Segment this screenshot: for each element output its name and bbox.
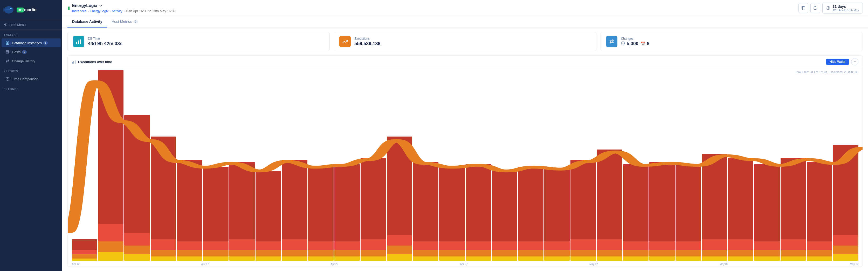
changes-sub-calendar: 9 <box>647 41 650 47</box>
bar-segment <box>282 257 307 261</box>
sidebar-item-database-instances[interactable]: Database Instances 1 <box>2 38 61 47</box>
hide-waits-button[interactable]: Hide Waits <box>826 59 849 65</box>
settings-section-label: SETTINGS <box>0 84 62 92</box>
chart-title-text: Executions over time <box>78 60 112 64</box>
breadcrumb-activity[interactable]: Activity <box>112 9 122 13</box>
bar-group <box>597 70 622 261</box>
bar-segment <box>151 257 176 261</box>
chart-collapse-button[interactable]: − <box>851 58 859 65</box>
bar-segment <box>518 167 544 241</box>
bar-segment <box>72 250 97 254</box>
bar-segment <box>544 250 570 257</box>
bar-segment <box>413 162 438 241</box>
bar-segment <box>597 257 622 261</box>
bar-segment <box>518 257 544 261</box>
bar-segment <box>728 239 753 250</box>
sidebar-item-change-history[interactable]: Change History <box>2 57 61 65</box>
bar-segment <box>72 259 97 261</box>
svg-marker-1 <box>3 7 4 12</box>
bar-segment <box>361 250 386 257</box>
bar-segment <box>570 160 596 239</box>
bar-segment <box>833 246 859 254</box>
bar-segment <box>98 241 123 252</box>
metric-card-db-time: DB Time 44d 9h 42m 33s <box>67 32 330 51</box>
x-axis-label: Apr 17 <box>201 263 209 266</box>
bar-group <box>728 70 753 261</box>
bar-segment <box>177 241 203 250</box>
sidebar: DB marlin Hide Menu ANALYSIS Database In… <box>0 0 62 271</box>
date-range-dates: 12th Apr to 13th May <box>833 8 859 12</box>
bar-chart: Apr 12Apr 17Apr 22Apr 27May 02May 07May … <box>72 70 859 266</box>
bar-group <box>334 70 360 261</box>
bar-segment <box>570 257 596 261</box>
svg-rect-15 <box>73 61 74 64</box>
bar-segment <box>413 241 438 250</box>
bar-segment <box>649 241 675 250</box>
bar-segment <box>361 158 386 239</box>
bar-segment <box>255 257 281 261</box>
bar-group <box>203 70 228 261</box>
bar-segment <box>518 250 544 257</box>
reports-section-label: REPORTS <box>0 66 62 74</box>
bar-segment <box>229 162 255 239</box>
bar-segment <box>203 241 228 250</box>
logo-fish-icon <box>3 4 14 16</box>
bar-group <box>807 70 832 261</box>
sidebar-item-time-comparison[interactable]: Time Comparison <box>2 74 61 83</box>
bar-segment <box>308 167 334 241</box>
bar-segment <box>597 150 622 239</box>
executions-icon <box>339 36 351 47</box>
server-icon <box>5 50 10 54</box>
bar-segment <box>177 257 203 261</box>
bar-segment <box>754 164 779 241</box>
bar-segment <box>466 164 491 241</box>
chart-header: Executions over time Hide Waits − <box>68 56 863 68</box>
calendar-changes-icon: 📅 <box>641 41 645 46</box>
bar-segment <box>807 250 832 257</box>
bar-segment <box>177 250 203 257</box>
bar-segment <box>203 250 228 257</box>
logo-marlin-text: marlin <box>24 7 37 12</box>
bar-segment <box>702 239 727 250</box>
chart-title: Executions over time <box>72 60 112 64</box>
svg-rect-12 <box>78 40 79 44</box>
tab-host-metrics[interactable]: Host Metrics 0 <box>107 17 143 28</box>
db-time-label: DB Time <box>88 37 122 40</box>
bar-segment <box>98 252 123 261</box>
bar-segment <box>466 241 491 250</box>
bar-segment <box>728 250 753 257</box>
hide-menu-button[interactable]: Hide Menu <box>0 20 62 30</box>
tab-database-activity[interactable]: Database Activity <box>67 17 107 28</box>
bar-group <box>72 70 97 261</box>
org-selector[interactable]: EnergyLogix <box>72 3 175 8</box>
bar-segment <box>728 257 753 261</box>
bar-segment <box>439 257 465 261</box>
sidebar-item-hosts[interactable]: Hosts 0 <box>2 48 61 56</box>
bar-segment <box>282 239 307 250</box>
bar-segment <box>676 257 701 261</box>
breadcrumb: Instances › EnergyLogix › Activity › 12t… <box>72 9 175 13</box>
hide-menu-label: Hide Menu <box>9 23 26 27</box>
bar-segment <box>334 164 360 241</box>
bar-segment <box>203 257 228 261</box>
x-axis-label: Apr 22 <box>331 263 338 266</box>
copy-button[interactable] <box>799 3 808 13</box>
bar-group <box>518 70 544 261</box>
bar-segment <box>597 239 622 250</box>
svg-rect-16 <box>75 60 75 64</box>
bar-segment <box>334 250 360 257</box>
bar-group <box>649 70 675 261</box>
breadcrumb-energylogix[interactable]: EnergyLogix <box>90 9 108 13</box>
sidebar-section-settings: SETTINGS <box>0 84 62 92</box>
bar-segment <box>255 171 281 241</box>
bar-segment <box>282 250 307 257</box>
bar-segment <box>387 235 412 246</box>
date-range-button[interactable]: 31 days 12th Apr to 13th May <box>823 3 863 13</box>
analysis-section-label: ANALYSIS <box>0 30 62 38</box>
refresh-button[interactable] <box>810 3 820 13</box>
breadcrumb-date-range: 12th Apr 16:08 to 13th May 16:08 <box>126 9 175 13</box>
trending-up-icon <box>342 39 348 44</box>
bar-group <box>702 70 727 261</box>
breadcrumb-instances[interactable]: Instances <box>72 9 87 13</box>
bar-segment <box>124 115 150 233</box>
